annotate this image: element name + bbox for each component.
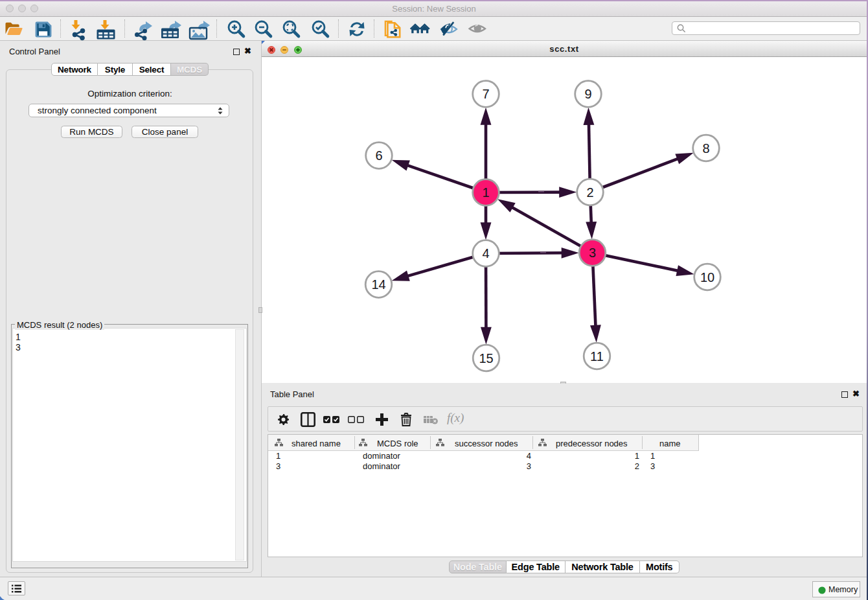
svg-text:10: 10: [700, 270, 714, 284]
svg-text:11: 11: [590, 349, 604, 363]
svg-text:1: 1: [482, 185, 489, 200]
svg-text:7: 7: [482, 87, 489, 101]
svg-text:8: 8: [702, 141, 709, 156]
svg-text:2: 2: [586, 185, 593, 200]
svg-text:14: 14: [371, 277, 385, 292]
svg-text:9: 9: [584, 87, 591, 101]
svg-text:6: 6: [375, 148, 382, 163]
svg-text:15: 15: [479, 351, 493, 365]
svg-text:3: 3: [589, 246, 596, 260]
svg-text:4: 4: [482, 246, 489, 260]
